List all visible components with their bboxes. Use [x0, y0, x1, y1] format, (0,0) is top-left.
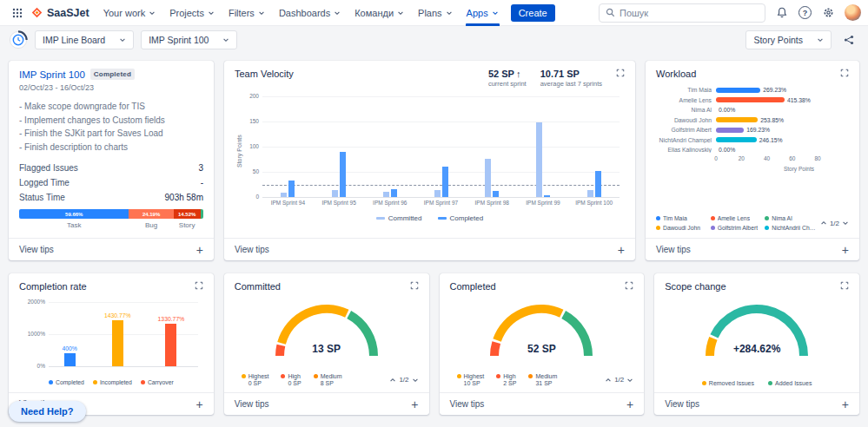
sprint-title-link[interactable]: IMP Sprint 100	[19, 69, 85, 80]
pagination-down-icon[interactable]	[626, 377, 633, 384]
pagination-up-icon[interactable]	[605, 377, 612, 384]
bar-committed[interactable]	[332, 190, 338, 197]
bar[interactable]	[165, 324, 176, 366]
pagination-up-icon[interactable]	[389, 377, 396, 384]
view-tips-link[interactable]: View tips	[656, 245, 691, 254]
nav-item-apps[interactable]: Apps	[460, 0, 506, 26]
workload-bar[interactable]	[716, 137, 757, 142]
add-tip-icon[interactable]: +	[618, 244, 625, 256]
metric-select[interactable]: Story Points	[745, 30, 832, 49]
view-tips-link[interactable]: View tips	[235, 245, 269, 254]
need-help-button[interactable]: Need Help?	[9, 401, 86, 422]
share-icon[interactable]	[838, 30, 859, 50]
pagination-down-icon[interactable]	[412, 377, 419, 384]
legend-dot	[49, 380, 53, 384]
legend-pagination[interactable]: 1/2	[389, 376, 418, 384]
bar-completed[interactable]	[442, 167, 448, 197]
legend-dot	[93, 380, 97, 384]
bar-completed[interactable]	[493, 191, 499, 197]
board-select[interactable]: IMP Line Board	[35, 30, 134, 49]
legend-pagination[interactable]: 1/2	[605, 376, 633, 384]
workload-bar[interactable]	[716, 88, 760, 93]
logo-text: SaaSJet	[47, 7, 89, 19]
bar-completed[interactable]	[340, 152, 346, 197]
expand-icon[interactable]	[625, 281, 633, 290]
nav-item-projects[interactable]: Projects	[162, 0, 222, 26]
expand-icon[interactable]	[616, 69, 625, 77]
legend-committed[interactable]: Committed	[376, 214, 422, 222]
bar-committed[interactable]	[485, 159, 491, 197]
add-tip-icon[interactable]: +	[196, 398, 203, 411]
legend-dot	[528, 374, 533, 378]
legend-pagination[interactable]: 1/2	[820, 220, 849, 227]
legend-amelie-lens[interactable]: Amelie Lens	[711, 215, 763, 221]
issue-type-label: Task	[19, 221, 129, 229]
nav-item-filters[interactable]: Filters	[222, 0, 272, 26]
workload-name: Amelie Lens	[656, 97, 712, 103]
nav-item-команди[interactable]: Команди	[348, 0, 411, 26]
legend-tim-maia[interactable]: Tim Maia	[656, 215, 708, 221]
x-tick-label: IPM Sprint 97	[415, 200, 467, 206]
view-tips-link[interactable]: View tips	[665, 399, 699, 409]
add-tip-icon[interactable]: +	[411, 398, 418, 411]
bar-committed[interactable]	[587, 190, 593, 197]
app-switcher-icon[interactable]	[7, 3, 28, 23]
bar-completed[interactable]	[595, 171, 601, 197]
bar-committed[interactable]	[383, 192, 389, 197]
legend-dot	[242, 374, 246, 378]
issue-type-bar: 59.66%24.19%14.52%	[19, 209, 203, 219]
pagination-down-icon[interactable]	[842, 220, 849, 227]
bar-committed[interactable]	[536, 122, 542, 197]
sprint-status-badge: Completed	[90, 69, 135, 80]
x-tick-label: 20	[739, 155, 745, 161]
nav-item-plans[interactable]: Plans	[411, 0, 460, 26]
pagination-up-icon[interactable]	[820, 220, 827, 227]
bar[interactable]	[112, 320, 123, 366]
settings-icon[interactable]	[818, 3, 838, 23]
legend-completed[interactable]: Completed	[49, 379, 84, 385]
sprint-select[interactable]: IMP Sprint 100	[141, 30, 237, 49]
create-button[interactable]: Create	[511, 4, 555, 22]
view-tips-link[interactable]: View tips	[19, 245, 54, 254]
workload-bar[interactable]	[716, 128, 744, 133]
add-tip-icon[interactable]: +	[626, 398, 633, 411]
expand-icon[interactable]	[840, 69, 849, 77]
workload-bar[interactable]	[716, 97, 785, 102]
notifications-icon[interactable]	[772, 3, 792, 23]
bar-completed[interactable]	[288, 181, 295, 197]
saasjet-logo[interactable]: SaaSJet	[28, 7, 96, 19]
nav-item-dashboards[interactable]: Dashboards	[272, 0, 348, 26]
legend-nima-al[interactable]: Nima Al	[765, 215, 817, 221]
expand-icon[interactable]	[840, 281, 849, 290]
legend-carryover[interactable]: Carryover	[141, 379, 174, 385]
workload-chart: Tim Maia269.23%Amelie Lens415.38%Nima Al…	[656, 87, 849, 153]
legend-dawoudi-john[interactable]: Dawoudi John	[656, 225, 708, 231]
card-title: Workload	[656, 69, 696, 79]
legend-label: Committed	[388, 214, 422, 222]
view-tips-link[interactable]: View tips	[235, 399, 269, 409]
bar-completed[interactable]	[391, 189, 397, 197]
legend-golfstrim-albert[interactable]: Golfstrim Albert	[711, 225, 763, 231]
bar[interactable]	[64, 353, 76, 366]
legend-completed[interactable]: Completed	[438, 214, 484, 222]
chevron-down-icon	[334, 10, 341, 16]
add-tip-icon[interactable]: +	[842, 244, 849, 256]
add-tip-icon[interactable]: +	[842, 398, 849, 411]
bar-committed[interactable]	[434, 190, 441, 197]
add-tip-icon[interactable]: +	[196, 244, 203, 256]
bar-committed[interactable]	[281, 193, 287, 197]
legend-label: Completed	[56, 379, 84, 385]
help-icon[interactable]: ?	[798, 6, 812, 19]
user-avatar[interactable]	[845, 4, 861, 21]
expand-icon[interactable]	[195, 281, 203, 290]
legend-label: Nima Al	[772, 215, 792, 221]
legend-incompleted[interactable]: Incompleted	[93, 379, 132, 385]
search-input[interactable]	[620, 8, 759, 18]
nav-item-label: Projects	[169, 8, 204, 18]
view-tips-link[interactable]: View tips	[450, 399, 485, 409]
workload-bar[interactable]	[716, 117, 758, 122]
expand-icon[interactable]	[410, 281, 419, 290]
legend-nichtandrii-champel[interactable]: NichtAndrii Champel	[765, 225, 817, 231]
nav-item-your-work[interactable]: Your work	[96, 0, 163, 26]
bar-completed[interactable]	[544, 195, 550, 197]
